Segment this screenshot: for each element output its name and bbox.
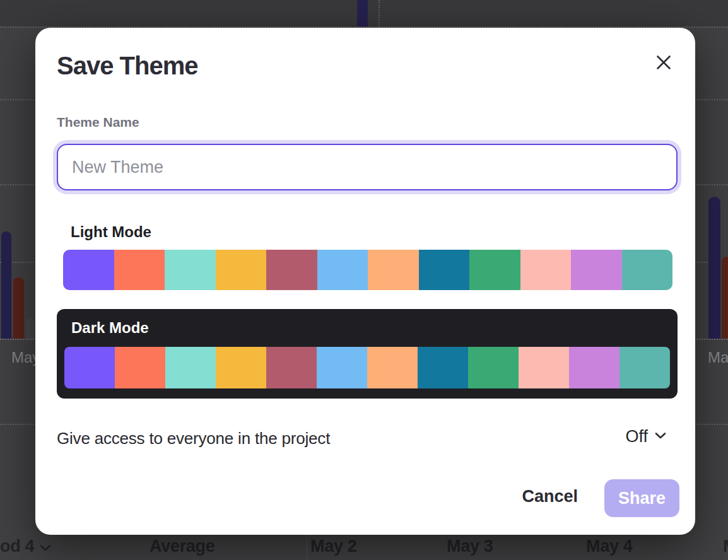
palette-swatch <box>520 250 572 290</box>
palette-swatch <box>368 250 419 290</box>
palette-swatch <box>519 347 569 388</box>
palette-swatch <box>115 347 165 388</box>
palette-swatch <box>64 347 115 388</box>
axis-tick-label: May 4 <box>586 537 633 556</box>
close-icon[interactable] <box>655 54 672 72</box>
axis-tick-label: May 2 <box>310 537 357 556</box>
theme-name-input[interactable] <box>57 144 678 190</box>
cancel-button[interactable]: Cancel <box>522 487 578 506</box>
palette-swatch <box>266 347 317 388</box>
palette-swatch <box>266 250 317 290</box>
light-mode-palette <box>63 250 672 290</box>
palette-swatch <box>569 347 619 388</box>
palette-swatch <box>165 250 216 290</box>
light-mode-label: Light Mode <box>71 223 151 241</box>
palette-swatch <box>114 250 165 290</box>
save-theme-dialog: Save Theme Theme Name Light Mode Dark Mo… <box>35 28 695 535</box>
month-tick-label: May <box>708 349 728 366</box>
theme-name-label: Theme Name <box>57 115 139 130</box>
dark-mode-card: Dark Mode <box>57 309 678 399</box>
chevron-down-icon[interactable] <box>40 543 51 554</box>
palette-swatch <box>468 347 519 388</box>
chart-bar <box>1 231 11 339</box>
palette-swatch <box>216 347 266 388</box>
palette-swatch <box>622 250 673 290</box>
chart-bar <box>722 257 728 339</box>
access-dropdown[interactable]: Off <box>625 427 666 446</box>
palette-swatch <box>367 347 418 388</box>
chart-bar <box>26 318 35 339</box>
axis-tick-label: May 3 <box>447 537 493 556</box>
palette-swatch <box>317 347 367 388</box>
palette-swatch <box>165 347 216 388</box>
dialog-title: Save Theme <box>57 52 197 80</box>
chart-bar <box>357 0 368 26</box>
chevron-down-icon <box>655 432 666 441</box>
palette-swatch <box>317 250 368 290</box>
column-separator <box>379 0 380 28</box>
dark-mode-palette <box>64 347 670 388</box>
access-dropdown-value: Off <box>625 427 648 446</box>
palette-swatch <box>418 347 468 388</box>
access-toggle-label: Give access to everyone in the project <box>57 429 330 448</box>
column-separator <box>307 535 307 560</box>
palette-swatch <box>63 250 114 290</box>
chart-bar <box>708 197 720 339</box>
palette-swatch <box>571 250 622 290</box>
palette-swatch <box>619 347 670 388</box>
axis-label-average: Average <box>150 537 214 556</box>
period-selector-label[interactable]: od 4 <box>0 537 34 556</box>
dark-mode-label: Dark Mode <box>71 319 149 337</box>
palette-swatch <box>469 250 520 290</box>
share-button[interactable]: Share <box>604 479 679 517</box>
palette-swatch <box>419 250 470 290</box>
chart-bar <box>13 277 24 339</box>
palette-swatch <box>216 250 267 290</box>
axis-tick-label: M <box>723 537 728 556</box>
